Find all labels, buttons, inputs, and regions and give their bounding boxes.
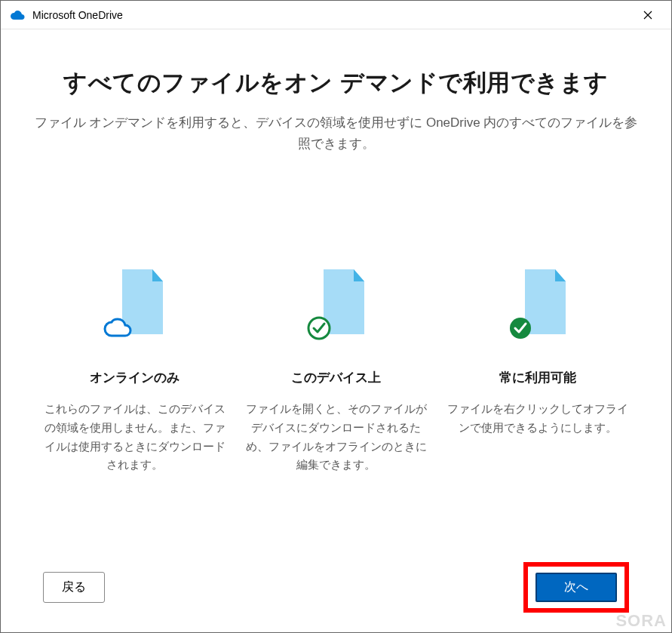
svg-point-0 bbox=[308, 318, 330, 339]
next-button[interactable]: 次へ bbox=[535, 573, 617, 602]
file-cloud-icon bbox=[101, 268, 169, 343]
column-title: このデバイス上 bbox=[291, 369, 381, 386]
column-title: オンラインのみ bbox=[90, 369, 180, 386]
feature-columns: オンラインのみ これらのファイルは、このデバイスの領域を使用しません。また、ファ… bbox=[31, 268, 641, 475]
dialog-window: Microsoft OneDrive すべてのファイルをオン デマンドで利用でき… bbox=[0, 0, 672, 633]
column-always-available: 常に利用可能 ファイルを右クリックしてオフラインで使用できるようにします。 bbox=[437, 268, 638, 475]
back-button[interactable]: 戻る bbox=[43, 572, 105, 603]
footer-buttons: 戻る 次へ bbox=[1, 562, 671, 613]
content-area: すべてのファイルをオン デマンドで利用できます ファイル オンデマンドを利用する… bbox=[1, 29, 671, 632]
highlight-annotation: 次へ bbox=[523, 562, 629, 613]
onedrive-icon bbox=[10, 8, 25, 23]
close-button[interactable] bbox=[631, 2, 665, 29]
file-check-outline-icon bbox=[302, 268, 370, 343]
column-title: 常に利用可能 bbox=[499, 369, 576, 386]
file-check-solid-icon bbox=[504, 268, 572, 343]
page-subhead: ファイル オンデマンドを利用すると、デバイスの領域を使用せずに OneDrive… bbox=[35, 112, 638, 155]
column-desc: ファイルを右クリックしてオフラインで使用できるようにします。 bbox=[437, 400, 638, 438]
window-title: Microsoft OneDrive bbox=[32, 9, 631, 21]
svg-point-1 bbox=[510, 318, 531, 339]
column-online-only: オンラインのみ これらのファイルは、このデバイスの領域を使用しません。また、ファ… bbox=[34, 268, 235, 475]
column-desc: これらのファイルは、このデバイスの領域を使用しません。また、ファイルは使用すると… bbox=[34, 400, 235, 475]
page-headline: すべてのファイルをオン デマンドで利用できます bbox=[63, 67, 608, 99]
column-on-device: このデバイス上 ファイルを開くと、そのファイルがデバイスにダウンロードされるため… bbox=[235, 268, 437, 475]
watermark: SORA bbox=[615, 611, 667, 631]
titlebar: Microsoft OneDrive bbox=[1, 1, 671, 29]
column-desc: ファイルを開くと、そのファイルがデバイスにダウンロードされるため、ファイルをオフ… bbox=[235, 400, 437, 475]
